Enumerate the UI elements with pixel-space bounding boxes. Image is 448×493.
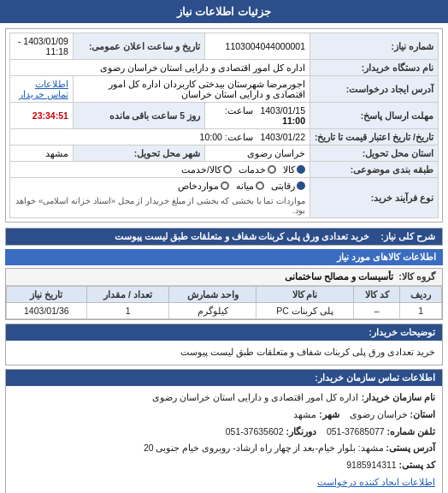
field-label: نوع فرآیند خرید: — [310, 178, 439, 218]
field-label: مهلت ارسال پاسخ: — [310, 103, 439, 129]
radio-kala-khadamat[interactable]: کالا/خدمت — [181, 164, 232, 175]
field-label: تاریخ و ساعت اعلان عمومی: — [73, 33, 204, 60]
radio-mianeh[interactable]: میانه — [236, 181, 264, 191]
desc-section: شرح کلی نیاز: خرید تعدادی ورق پلی کربنات… — [5, 228, 443, 246]
goods-section-title: اطلاعات کالاهای مورد نیاز — [5, 249, 443, 265]
field-value: 1103004044000001 — [205, 33, 310, 60]
cell-row: 1 — [400, 303, 442, 319]
postal-value: 9185914311 — [346, 460, 396, 470]
notes-section: توضیحات خریدار: خرید تعدادی ورق پلی کربن… — [5, 324, 443, 365]
radio-khadamat[interactable]: خدمات — [239, 164, 276, 175]
cell-name: پلی کربنات PC — [256, 303, 353, 319]
col-header-unit: واحد شمارش — [169, 287, 256, 303]
field-label: استان محل تحویل: — [310, 146, 439, 162]
field-value: مشهد — [10, 146, 74, 162]
table-row: مهلت ارسال پاسخ: 1403/01/15 ساعت: 11:00 … — [10, 103, 439, 129]
goods-header-row: گروه کالا: تأسیسات و مصالح ساختمانی — [6, 269, 442, 286]
radio-kala-khadamat-circle — [223, 165, 232, 174]
contact-header: اطلاعات تماس سازمان خریدار: — [6, 370, 442, 386]
field-label: شماره نیاز: — [310, 33, 439, 60]
goods-table: ردیف کد کالا نام کالا واحد شمارش تعداد /… — [6, 286, 442, 319]
phone-label: تلفن شماره: — [387, 426, 435, 437]
page-header: جزئیات اطلاعات نیاز — [0, 0, 448, 23]
address-value: مشهد: بلوار خیام-بعد از چهار راه ارشاد- … — [144, 443, 384, 453]
address-label: آدرس پستی: — [386, 443, 435, 453]
table-header-row: ردیف کد کالا نام کالا واحد شمارش تعداد /… — [7, 287, 442, 303]
radio-reqabati[interactable]: رقابتی — [271, 181, 305, 191]
radio-kala[interactable]: کالا — [283, 164, 305, 175]
contact-section: اطلاعات تماس سازمان خریدار: نام سازمان خ… — [5, 369, 443, 493]
table-row: استان محل تحویل: خراسان رضوی شهر محل تحو… — [10, 146, 439, 162]
org-name-value: اداره کل امور اقتصادی و دارایی استان خرا… — [152, 390, 357, 406]
org-name-label: نام سازمان خریدار: — [362, 390, 435, 406]
postal-label: کد پستی: — [399, 460, 435, 470]
table-row: طبقه بندی موضوعی: کالا خدمات — [10, 162, 439, 178]
field-value: کالا خدمات کالا/خدمت — [10, 162, 310, 178]
col-header-name: نام کالا — [256, 287, 353, 303]
field-label: نام دستگاه خریدار: — [310, 60, 439, 76]
radio-reqabati-circle — [297, 181, 305, 190]
field-value: خراسان رضوی — [205, 146, 310, 162]
field-value: 23:34:51 — [10, 103, 74, 129]
info-box: شماره نیاز: 1103004044000001 تاریخ و ساع… — [5, 28, 443, 223]
contact-link[interactable]: اطلاعات تماس خریدار — [10, 76, 74, 103]
radio-khadamat-circle — [268, 165, 276, 174]
process-note: مواردات تما با بخشی که بخشی از مبلغ خرید… — [15, 196, 305, 215]
field-label: تاریخ/ تاریخ اعتبار قیمت تا تاریخ: — [310, 129, 439, 146]
page-wrapper: جزئیات اطلاعات نیاز شماره نیاز: 11030040… — [0, 0, 448, 493]
page-title: جزئیات اطلاعات نیاز — [177, 5, 271, 18]
table-row: 1 – پلی کربنات PC کیلوگرم 1 1403/01/36 — [7, 303, 442, 319]
cell-code: – — [354, 303, 400, 319]
cell-unit: کیلوگرم — [169, 303, 256, 319]
radio-moared-circle — [221, 181, 229, 190]
col-header-qty: تعداد / مقدار — [86, 287, 169, 303]
col-header-code: کد کالا — [354, 287, 400, 303]
field-value: رقابتی میانه مواردخاص — [10, 178, 310, 218]
phone-value: 37685077-051 — [327, 426, 385, 437]
table-row: نوع فرآیند خرید: رقابتی میانه — [10, 178, 439, 218]
notes-header: توضیحات خریدار: — [6, 324, 442, 341]
field-value: اداره کل امور اقتصادی و دارایی استان خرا… — [10, 60, 310, 76]
field-label: شهر محل تحویل: — [73, 146, 204, 162]
city-value: مشهد — [293, 409, 316, 419]
contact-creator-btn[interactable]: اطلاعات ایجاد کننده درخواست — [13, 475, 435, 490]
info-table: شماره نیاز: 1103004044000001 تاریخ و ساع… — [9, 33, 439, 218]
field-label: روز 5 ساعت باقی مانده — [73, 103, 204, 129]
field-value: اجورمرضا شهرستان بیدختی کاربردان اداره ک… — [73, 76, 309, 103]
fax-value: 37635602-051 — [226, 426, 284, 437]
notes-body: خرید تعدادی ورق پلی کربنات شفاف و متعلقا… — [6, 341, 442, 365]
province-label: استان: — [410, 409, 436, 419]
col-header-row: ردیف — [400, 287, 442, 303]
process-radio-group: رقابتی میانه مواردخاص — [178, 181, 305, 191]
radio-kala-circle — [297, 165, 305, 174]
table-row: نام دستگاه خریدار: اداره کل امور اقتصادی… — [10, 60, 439, 76]
desc-header: شرح کلی نیاز: خرید تعدادی ورق پلی کربنات… — [6, 229, 442, 245]
fax-label: دورنگار: — [286, 426, 316, 437]
radio-moared[interactable]: مواردخاص — [178, 181, 229, 191]
cell-date: 1403/01/36 — [7, 303, 87, 319]
table-row: شماره نیاز: 1103004044000001 تاریخ و ساع… — [10, 33, 439, 60]
table-row: آدرس ایجاد درخواست: اجورمرضا شهرستان بید… — [10, 76, 439, 103]
field-label: آدرس ایجاد درخواست: — [310, 76, 439, 103]
category-radio-group: کالا خدمات کالا/خدمت — [15, 164, 305, 175]
field-value: 1403/01/22 ساعت: 10:00 — [10, 129, 310, 146]
cell-qty: 1 — [86, 303, 169, 319]
contact-body: نام سازمان خریدار: اداره کل امور اقتصادی… — [6, 386, 442, 493]
field-value: 1403/01/15 ساعت: 11:00 — [205, 103, 310, 129]
province-value: خراسان رضوی — [350, 409, 408, 419]
city-label: شهر: — [319, 409, 339, 419]
col-header-date: تاریخ نیاز — [7, 287, 87, 303]
table-row: تاریخ/ تاریخ اعتبار قیمت تا تاریخ: 1403/… — [10, 129, 439, 146]
field-label: طبقه بندی موضوعی: — [310, 162, 439, 178]
field-value: 1403/01/09 - 11:18 — [10, 33, 74, 60]
goods-section: گروه کالا: تأسیسات و مصالح ساختمانی ردیف… — [5, 268, 443, 320]
radio-mianeh-circle — [256, 181, 264, 190]
